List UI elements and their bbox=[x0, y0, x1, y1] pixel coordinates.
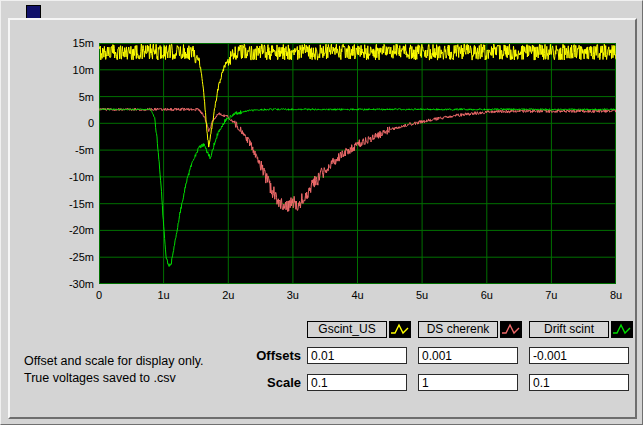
legend-plot-icon[interactable] bbox=[500, 321, 522, 338]
y-tick-label: 0 bbox=[34, 116, 94, 130]
legend-label[interactable]: DS cherenk bbox=[418, 321, 498, 338]
front-panel-window: 15m10m5m0-5m-10m-15m-20m-25m-30m 01u2u3u… bbox=[0, 0, 643, 425]
note-text: Offset and scale for display only. True … bbox=[24, 353, 204, 387]
legend-label[interactable]: Gscint_US bbox=[307, 321, 387, 338]
plot-area[interactable] bbox=[99, 43, 616, 284]
x-tick-label: 8u bbox=[596, 288, 636, 302]
x-tick-label: 3u bbox=[273, 288, 313, 302]
y-tick-label: -20m bbox=[34, 223, 94, 237]
y-tick-label: -5m bbox=[34, 143, 94, 157]
offset-input-1[interactable] bbox=[307, 347, 407, 364]
note-line1: Offset and scale for display only. bbox=[24, 353, 204, 370]
x-tick-label: 2u bbox=[208, 288, 248, 302]
x-tick-label: 6u bbox=[467, 288, 507, 302]
plot-legend: Gscint_USDS cherenkDrift scint bbox=[10, 321, 635, 338]
note-line2: True voltages saved to .csv bbox=[24, 370, 204, 387]
scale-input-3[interactable] bbox=[529, 374, 629, 391]
y-tick-label: -15m bbox=[34, 197, 94, 211]
scale-row: Scale bbox=[215, 373, 640, 392]
offsets-label: Offsets bbox=[215, 348, 301, 363]
legend-item[interactable]: Drift scint bbox=[529, 321, 633, 338]
scale-input-2[interactable] bbox=[418, 374, 518, 391]
scale-input-1[interactable] bbox=[307, 374, 407, 391]
offset-input-2[interactable] bbox=[418, 347, 518, 364]
y-tick-label: 10m bbox=[34, 63, 94, 77]
x-tick-label: 1u bbox=[144, 288, 184, 302]
legend-plot-icon[interactable] bbox=[611, 321, 633, 338]
y-tick-label: -10m bbox=[34, 170, 94, 184]
y-tick-label: 5m bbox=[34, 90, 94, 104]
x-tick-label: 7u bbox=[531, 288, 571, 302]
x-tick-label: 0 bbox=[79, 288, 119, 302]
x-tick-label: 4u bbox=[338, 288, 378, 302]
y-tick-label: -25m bbox=[34, 250, 94, 264]
scale-label: Scale bbox=[215, 375, 301, 390]
main-panel: 15m10m5m0-5m-10m-15m-20m-25m-30m 01u2u3u… bbox=[8, 18, 637, 419]
legend-plot-icon[interactable] bbox=[389, 321, 411, 338]
legend-item[interactable]: Gscint_US bbox=[307, 321, 411, 338]
y-tick-label: 15m bbox=[34, 36, 94, 50]
legend-label[interactable]: Drift scint bbox=[529, 321, 609, 338]
x-tick-label: 5u bbox=[402, 288, 442, 302]
offsets-row: Offsets bbox=[215, 346, 640, 365]
legend-item[interactable]: DS cherenk bbox=[418, 321, 522, 338]
offset-input-3[interactable] bbox=[529, 347, 629, 364]
